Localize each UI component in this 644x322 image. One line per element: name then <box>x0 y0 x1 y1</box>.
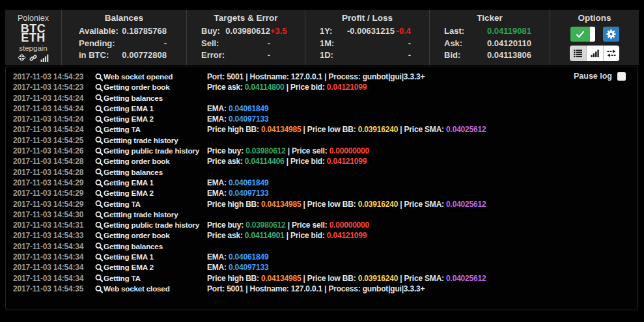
search-icon <box>95 126 103 134</box>
log-details: Port: 5001 | Hostname: 127.0.0.1 | Proce… <box>207 72 425 82</box>
profit-label: 1M: <box>320 38 334 50</box>
log-detail-segment: 0.04025612 <box>446 274 486 283</box>
log-message: Getting balances <box>104 167 207 178</box>
log-detail-segment: Price buy: <box>207 221 245 230</box>
log-details: EMA: 0.04061849 <box>207 252 268 262</box>
log-detail-segment: 0.04114406 <box>245 157 285 166</box>
log-message: Getting balances <box>104 93 207 103</box>
log-search-icon <box>95 179 104 187</box>
log-row: 2017-11-03 14:54:24 Getting EMA 1EMA: 0.… <box>6 103 637 114</box>
log-detail-segment: Port: 5001 | Hostname: 127.0.0.1 | Proce… <box>207 284 425 293</box>
log-detail-segment: | Price low BB: <box>301 274 357 283</box>
log-row: 2017-11-03 14:54:33 Getting order bookPr… <box>6 230 637 241</box>
toggle-handle[interactable] <box>590 27 595 42</box>
settings-button[interactable] <box>603 27 619 42</box>
log-detail-segment: 0.04134985 <box>261 125 301 134</box>
log-detail-segment: | Price sell: <box>286 146 329 155</box>
log-details: Price buy: 0.03980612 | Price sell: 0.00… <box>207 220 369 230</box>
profit-loss-panel: Profit / Loss 1Y: -0.00631215 -0.4 1M: -… <box>305 10 429 65</box>
log-row: 2017-11-03 14:54:23 Getting order bookPr… <box>6 82 637 92</box>
profit-row-1y: 1Y: -0.00631215 -0.4 <box>305 25 429 38</box>
log-row: 2017-11-03 14:54:34 Getting EMA 1EMA: 0.… <box>6 252 637 262</box>
log-row: 2017-11-03 14:54:34 Getting EMA 2EMA: 0.… <box>6 262 637 273</box>
target-delta: +3.5 <box>270 25 287 38</box>
profit-loss-title: Profit / Loss <box>305 13 429 23</box>
search-icon <box>95 232 103 240</box>
log-detail-segment: 0.04121099 <box>327 83 367 92</box>
gear-icon <box>606 29 616 39</box>
ticker-row-last: Last: 0.04119081 <box>430 25 550 38</box>
targets-title: Targets & Error <box>187 13 305 23</box>
log-message: Getting EMA 1 <box>104 252 207 262</box>
log-detail-segment: 0.04134985 <box>261 200 301 209</box>
targets-panel: Targets & Error Buy: 0.03980612 +3.5 Sel… <box>186 10 305 65</box>
ticker-label: Ask: <box>444 38 462 50</box>
log-detail-segment: EMA: <box>207 178 229 187</box>
log-row: 2017-11-03 14:54:24 Getting balances <box>6 93 637 103</box>
log-search-icon <box>95 189 104 198</box>
log-timestamp: 2017-11-03 14:54:31 <box>13 220 84 230</box>
target-row-sell: Sell: - <box>187 38 305 50</box>
ticker-row-bid: Bid: 0.04113806 <box>430 49 550 62</box>
log-message: Gettting trade history <box>104 135 207 146</box>
target-value: - <box>219 38 270 50</box>
view-mode-group <box>570 46 619 61</box>
log-search-icon <box>95 285 104 293</box>
log-search-icon <box>95 274 104 282</box>
log-search-icon <box>95 168 104 176</box>
quote-coin: ETH <box>5 33 61 42</box>
log-detail-segment: 0.03916240 <box>358 274 398 283</box>
ticker-bid-value: 0.04113806 <box>460 49 531 62</box>
log-message: Getting order book <box>104 230 207 241</box>
log-detail-segment: 0.04121099 <box>327 157 367 166</box>
log-search-icon <box>95 221 104 230</box>
balance-value: - <box>115 38 167 50</box>
log-detail-segment: 0.04097133 <box>229 114 268 124</box>
log-detail-segment: 0.04061849 <box>229 104 268 113</box>
chart-view-button[interactable] <box>586 46 602 61</box>
log-detail-segment: 0.04097133 <box>229 263 268 272</box>
log-message: Getting TA <box>104 124 207 135</box>
log-detail-segment: Price high BB: <box>207 274 261 283</box>
check-icon <box>576 31 585 38</box>
summary-header: Poloniex BTC ETH stepgain <box>5 10 639 65</box>
log-row: 2017-11-03 14:54:35 Web socket closedPor… <box>6 284 637 294</box>
profit-row-1m: 1M: - <box>305 38 429 50</box>
log-detail-segment: | Price bid: <box>285 157 327 166</box>
log-timestamp: 2017-11-03 14:54:34 <box>13 241 84 252</box>
log-timestamp: 2017-11-03 14:54:35 <box>13 284 84 294</box>
log-message: Web socket closed <box>104 284 207 294</box>
target-value: - <box>225 49 270 62</box>
search-icon <box>95 168 103 176</box>
log-details: EMA: 0.04061849 <box>207 178 268 188</box>
log-search-icon <box>95 211 104 219</box>
balance-row-available: Available: 0.18785768 <box>62 25 186 38</box>
log-view-button[interactable] <box>570 46 586 61</box>
options-title: Options <box>550 13 639 23</box>
ticker-panel: Ticker Last: 0.04119081 Ask: 0.04120110 … <box>429 10 550 65</box>
log-details: EMA: 0.04097133 <box>207 114 268 124</box>
log-timestamp: 2017-11-03 14:54:26 <box>13 146 84 156</box>
log-detail-segment: 0.04121099 <box>327 231 367 240</box>
log-timestamp: 2017-11-03 14:54:23 <box>13 82 84 92</box>
log-row: 2017-11-03 14:54:34 Getting balances <box>6 241 637 252</box>
enable-toggle[interactable] <box>570 27 595 42</box>
pair-panel: Poloniex BTC ETH stepgain <box>5 10 61 65</box>
log-details: EMA: 0.04097133 <box>207 188 268 198</box>
search-icon <box>95 189 103 198</box>
log-detail-segment: | Price bid: <box>285 83 327 92</box>
balance-row-inbtc: in BTC: 0.00772808 <box>62 49 186 62</box>
pause-log-checkbox[interactable] <box>617 72 626 81</box>
log-message: Getting order book <box>104 156 207 167</box>
log-detail-segment: 0.04025612 <box>446 125 486 134</box>
log-detail-segment: | Price low BB: <box>301 200 357 209</box>
log-timestamp: 2017-11-03 14:54:24 <box>13 124 84 135</box>
log-detail-segment: Price ask: <box>207 83 245 92</box>
trades-view-button[interactable] <box>603 46 619 61</box>
log-row: 2017-11-03 14:54:30 Gettting trade histo… <box>6 209 637 220</box>
log-search-icon <box>95 115 104 124</box>
log-detail-segment: EMA: <box>207 263 229 272</box>
profit-delta: - <box>395 38 411 50</box>
log-detail-segment: 0.03916240 <box>358 200 398 209</box>
log-timestamp: 2017-11-03 14:54:28 <box>13 167 84 178</box>
